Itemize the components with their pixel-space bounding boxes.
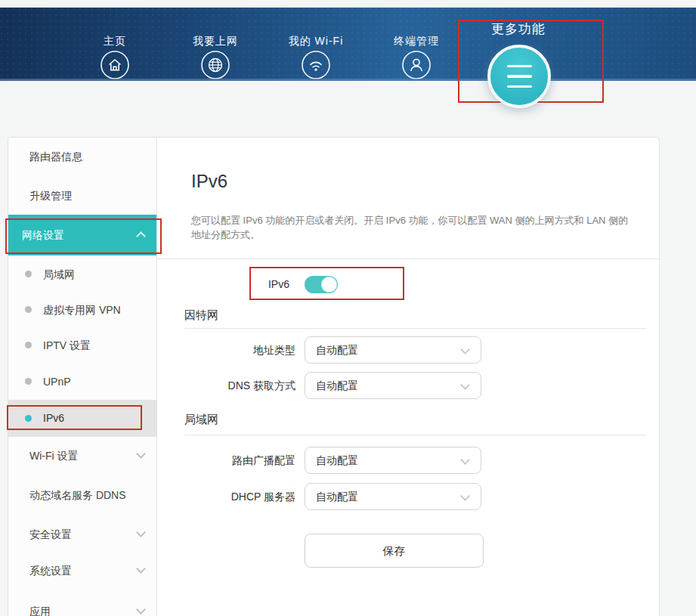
address-type-row: 地址类型 自动配置 bbox=[157, 336, 659, 364]
user-icon bbox=[401, 50, 432, 80]
sidebar-item-ipv6[interactable]: IPv6 bbox=[8, 400, 156, 437]
sidebar-item-vpn[interactable]: 虚拟专用网 VPN bbox=[8, 302, 156, 317]
router-advert-label: 路由广播配置 bbox=[157, 447, 295, 474]
sidebar-item-ddns[interactable]: 动态域名服务 DDNS bbox=[8, 488, 156, 503]
dhcp-server-select[interactable]: 自动配置 bbox=[305, 483, 481, 510]
divider bbox=[184, 435, 647, 435]
sidebar-item-system[interactable]: 系统设置 bbox=[8, 563, 156, 578]
sidebar-item-wifi-settings[interactable]: Wi-Fi 设置 bbox=[8, 448, 156, 463]
wifi-icon bbox=[301, 50, 331, 80]
nav-item-internet[interactable]: 我要上网 bbox=[170, 35, 261, 80]
nav-item-home[interactable]: 主页 bbox=[70, 35, 160, 80]
save-button[interactable]: 保存 bbox=[305, 534, 484, 568]
more-menu-button[interactable] bbox=[487, 45, 551, 108]
address-type-label: 地址类型 bbox=[157, 336, 295, 364]
chevron-down-icon bbox=[460, 491, 470, 501]
page-title: IPv6 bbox=[191, 171, 227, 192]
sidebar-item-security[interactable]: 安全设置 bbox=[8, 527, 156, 542]
dns-mode-label: DNS 获取方式 bbox=[157, 372, 295, 399]
active-bullet-dot bbox=[25, 415, 32, 422]
router-admin-page: 主页 我要上网 我的 Wi-Fi bbox=[0, 0, 696, 616]
dhcp-server-label: DHCP 服务器 bbox=[157, 483, 295, 510]
dns-mode-select[interactable]: 自动配置 bbox=[305, 372, 481, 399]
chevron-up-icon bbox=[136, 231, 146, 241]
toggle-knob bbox=[321, 277, 337, 293]
top-nav: 主页 我要上网 我的 Wi-Fi bbox=[0, 8, 696, 81]
dns-mode-row: DNS 获取方式 自动配置 bbox=[157, 372, 659, 399]
sidebar-item-apps[interactable]: 应用 bbox=[8, 604, 156, 616]
router-advert-select[interactable]: 自动配置 bbox=[305, 447, 481, 474]
bullet-dot bbox=[25, 378, 32, 385]
menu-icon bbox=[507, 75, 532, 78]
page-description: 您可以配置 IPv6 功能的开启或者关闭。开启 IPv6 功能，你可以配置 WA… bbox=[191, 213, 636, 242]
chevron-down-icon bbox=[460, 455, 470, 465]
internet-section-heading: 因特网 bbox=[184, 308, 218, 323]
main-panel: IPv6 您可以配置 IPv6 功能的开启或者关闭。开启 IPv6 功能，你可以… bbox=[157, 137, 660, 616]
sidebar-item-upnp[interactable]: UPnP bbox=[8, 374, 156, 389]
nav-item-devices[interactable]: 终端管理 bbox=[371, 35, 462, 80]
nav-wifi-label: 我的 Wi-Fi bbox=[289, 35, 344, 47]
chevron-down-icon bbox=[136, 564, 146, 574]
sidebar: 路由器信息 升级管理 网络设置 局域网 虚拟专用网 VPN IPTV 设置 UP… bbox=[8, 137, 157, 616]
nav-item-wifi[interactable]: 我的 Wi-Fi bbox=[271, 35, 361, 80]
home-icon bbox=[100, 50, 130, 80]
divider bbox=[157, 258, 659, 259]
nav-internet-label: 我要上网 bbox=[193, 35, 238, 47]
menu-icon bbox=[507, 65, 532, 68]
nav-devices-label: 终端管理 bbox=[394, 35, 439, 47]
ipv6-toggle[interactable] bbox=[305, 276, 338, 293]
dhcp-server-row: DHCP 服务器 自动配置 bbox=[157, 483, 659, 510]
sidebar-item-upgrade[interactable]: 升级管理 bbox=[8, 188, 156, 203]
ipv6-toggle-label: IPv6 bbox=[229, 277, 289, 292]
sidebar-item-iptv[interactable]: IPTV 设置 bbox=[8, 338, 156, 353]
globe-icon bbox=[200, 50, 230, 80]
sidebar-item-router-info[interactable]: 路由器信息 bbox=[8, 149, 156, 164]
chevron-down-icon bbox=[460, 345, 470, 354]
bullet-dot bbox=[25, 342, 32, 348]
nav-home-label: 主页 bbox=[104, 35, 126, 47]
chevron-down-icon bbox=[460, 380, 470, 390]
divider bbox=[184, 328, 647, 329]
bullet-dot bbox=[25, 271, 32, 277]
router-advert-row: 路由广播配置 自动配置 bbox=[157, 447, 659, 474]
menu-icon bbox=[507, 85, 532, 88]
nav-more-label: 更多功能 bbox=[466, 20, 571, 38]
chevron-down-icon bbox=[136, 605, 146, 614]
sidebar-item-network-settings[interactable]: 网络设置 bbox=[8, 215, 156, 255]
address-type-select[interactable]: 自动配置 bbox=[305, 336, 481, 364]
bullet-dot bbox=[25, 306, 32, 313]
lan-section-heading: 局域网 bbox=[184, 412, 218, 427]
chevron-down-icon bbox=[136, 528, 146, 537]
sidebar-item-lan[interactable]: 局域网 bbox=[8, 267, 156, 282]
chevron-down-icon bbox=[136, 449, 146, 459]
